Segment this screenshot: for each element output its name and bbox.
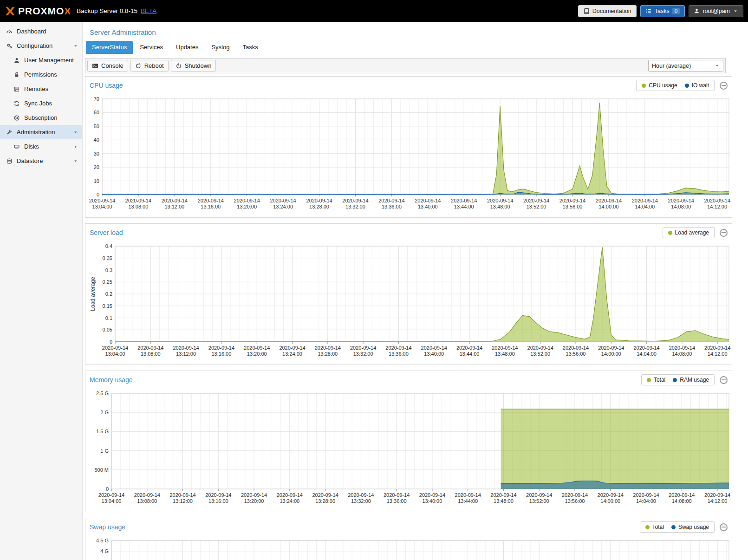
tasks-label: Tasks bbox=[655, 8, 670, 14]
reboot-button[interactable]: Reboot bbox=[130, 60, 169, 72]
tab-updates[interactable]: Updates bbox=[170, 41, 204, 54]
sidebar-item-disks[interactable]: Disks bbox=[0, 139, 82, 154]
legend-item-ram-usage: RAM usage bbox=[673, 377, 709, 383]
svg-text:13:32:00: 13:32:00 bbox=[353, 351, 373, 357]
sidebar-item-configuration[interactable]: Configuration bbox=[0, 39, 82, 53]
tab-services[interactable]: Services bbox=[134, 41, 169, 54]
svg-text:13:08:00: 13:08:00 bbox=[141, 351, 161, 357]
svg-text:13:48:00: 13:48:00 bbox=[494, 498, 514, 504]
svg-text:0.3: 0.3 bbox=[105, 267, 112, 273]
tab-syslog[interactable]: Syslog bbox=[205, 41, 235, 54]
sidebar: DashboardConfigurationUser ManagementPer… bbox=[0, 22, 83, 560]
svg-text:2020-09-14: 2020-09-14 bbox=[342, 198, 368, 203]
svg-text:13:48:00: 13:48:00 bbox=[490, 204, 510, 209]
svg-text:2020-09-14: 2020-09-14 bbox=[270, 198, 296, 203]
collapse-chart-button[interactable] bbox=[720, 82, 728, 90]
dashboard-icon bbox=[6, 28, 13, 35]
svg-text:2020-09-14: 2020-09-14 bbox=[490, 492, 516, 498]
svg-text:13:32:00: 13:32:00 bbox=[345, 204, 365, 209]
sidebar-item-administration[interactable]: Administration bbox=[0, 125, 82, 139]
sidebar-item-label: Permissions bbox=[24, 71, 57, 78]
svg-text:14:08:00: 14:08:00 bbox=[672, 351, 692, 357]
product-version-label: Backup Server 0.8-15 bbox=[77, 7, 137, 14]
svg-text:13:48:00: 13:48:00 bbox=[495, 351, 515, 357]
svg-text:13:36:00: 13:36:00 bbox=[389, 351, 409, 357]
svg-text:2020-09-14: 2020-09-14 bbox=[162, 198, 188, 203]
svg-text:2020-09-14: 2020-09-14 bbox=[137, 345, 163, 351]
sidebar-item-sync-jobs[interactable]: Sync Jobs bbox=[0, 96, 82, 111]
svg-text:13:44:00: 13:44:00 bbox=[460, 351, 480, 357]
sidebar-item-datastore[interactable]: Datastore bbox=[0, 154, 82, 168]
caret-down-icon[interactable] bbox=[73, 130, 78, 135]
chart-legend: CPU usageIO wait bbox=[636, 80, 715, 91]
caret-down-icon bbox=[733, 8, 738, 14]
svg-text:13:08:00: 13:08:00 bbox=[137, 498, 157, 504]
app-body: DashboardConfigurationUser ManagementPer… bbox=[0, 22, 748, 560]
documentation-button[interactable]: Documentation bbox=[578, 5, 637, 17]
svg-text:13:44:00: 13:44:00 bbox=[458, 498, 478, 504]
collapse-chart-button[interactable] bbox=[720, 376, 728, 384]
svg-text:30: 30 bbox=[94, 151, 99, 156]
tasks-button[interactable]: Tasks 0 bbox=[640, 5, 685, 17]
svg-text:14:04:00: 14:04:00 bbox=[635, 204, 655, 209]
caret-right-icon[interactable] bbox=[73, 144, 78, 150]
beta-link[interactable]: BETA bbox=[141, 7, 156, 14]
collapse-chart-button[interactable] bbox=[720, 523, 728, 531]
svg-text:13:24:00: 13:24:00 bbox=[280, 498, 299, 504]
remotes-icon bbox=[13, 86, 20, 92]
svg-text:0.2: 0.2 bbox=[105, 291, 112, 297]
svg-text:2020-09-14: 2020-09-14 bbox=[704, 198, 730, 203]
svg-text:2020-09-14: 2020-09-14 bbox=[385, 345, 411, 351]
lock-icon bbox=[13, 72, 20, 78]
gears-icon bbox=[6, 43, 13, 49]
svg-text:20: 20 bbox=[94, 164, 99, 170]
chart-title: CPU usage bbox=[90, 82, 123, 89]
user-menu-button[interactable]: root@pam bbox=[689, 5, 743, 17]
svg-text:0.05: 0.05 bbox=[103, 327, 112, 332]
sidebar-item-label: User Management bbox=[24, 57, 74, 64]
svg-text:2020-09-14: 2020-09-14 bbox=[98, 492, 124, 498]
user-icon bbox=[13, 57, 20, 64]
sidebar-item-permissions[interactable]: Permissions bbox=[0, 67, 82, 82]
sidebar-item-remotes[interactable]: Remotes bbox=[0, 82, 82, 96]
shutdown-button[interactable]: Shutdown bbox=[171, 60, 216, 72]
svg-text:2020-09-14: 2020-09-14 bbox=[487, 198, 513, 203]
sidebar-item-subscription[interactable]: Subscription bbox=[0, 111, 82, 125]
server-administration-panel: Server Administration ServerStatusServic… bbox=[83, 22, 748, 560]
toolbar: Console Reboot Shutdown Hour (average) bbox=[85, 58, 726, 73]
timeframe-select[interactable]: Hour (average) bbox=[648, 60, 723, 72]
svg-text:2020-09-14: 2020-09-14 bbox=[169, 492, 195, 498]
caret-down-icon[interactable] bbox=[73, 158, 78, 164]
caret-down-icon[interactable] bbox=[73, 43, 78, 49]
svg-text:0.25: 0.25 bbox=[103, 279, 112, 285]
svg-text:2020-09-14: 2020-09-14 bbox=[704, 492, 730, 498]
user-label: root@pam bbox=[702, 8, 730, 14]
tab-tasks[interactable]: Tasks bbox=[236, 41, 264, 54]
tasks-count-badge: 0 bbox=[672, 8, 680, 14]
svg-text:13:40:00: 13:40:00 bbox=[424, 351, 444, 357]
svg-text:2020-09-14: 2020-09-14 bbox=[668, 198, 694, 203]
svg-text:4 G: 4 G bbox=[100, 548, 109, 554]
svg-text:2020-09-14: 2020-09-14 bbox=[315, 345, 341, 351]
svg-text:1.5 G: 1.5 G bbox=[96, 429, 109, 434]
svg-text:14:08:00: 14:08:00 bbox=[672, 498, 692, 504]
svg-text:2020-09-14: 2020-09-14 bbox=[208, 345, 234, 351]
brand-wordmark: PROXMOX bbox=[18, 6, 71, 17]
tab-serverstatus[interactable]: ServerStatus bbox=[86, 41, 133, 54]
sidebar-item-dashboard[interactable]: Dashboard bbox=[0, 24, 82, 39]
svg-text:0.35: 0.35 bbox=[103, 255, 112, 261]
svg-text:2020-09-14: 2020-09-14 bbox=[526, 492, 552, 498]
user-icon bbox=[694, 8, 700, 14]
sidebar-item-label: Sync Jobs bbox=[24, 100, 52, 107]
svg-text:13:32:00: 13:32:00 bbox=[351, 498, 371, 504]
console-button[interactable]: Console bbox=[87, 60, 128, 72]
sidebar-item-label: Disks bbox=[24, 143, 39, 150]
sidebar-item-user-management[interactable]: User Management bbox=[0, 53, 82, 67]
sidebar-item-label: Configuration bbox=[17, 42, 52, 49]
svg-text:2020-09-14: 2020-09-14 bbox=[102, 345, 128, 351]
svg-text:13:52:00: 13:52:00 bbox=[527, 204, 546, 209]
charts-scroll-area[interactable]: CPU usageCPU usageIO wait010203040506070… bbox=[85, 76, 748, 560]
svg-text:2020-09-14: 2020-09-14 bbox=[244, 345, 270, 351]
svg-text:13:36:00: 13:36:00 bbox=[382, 204, 402, 209]
collapse-chart-button[interactable] bbox=[720, 229, 728, 237]
